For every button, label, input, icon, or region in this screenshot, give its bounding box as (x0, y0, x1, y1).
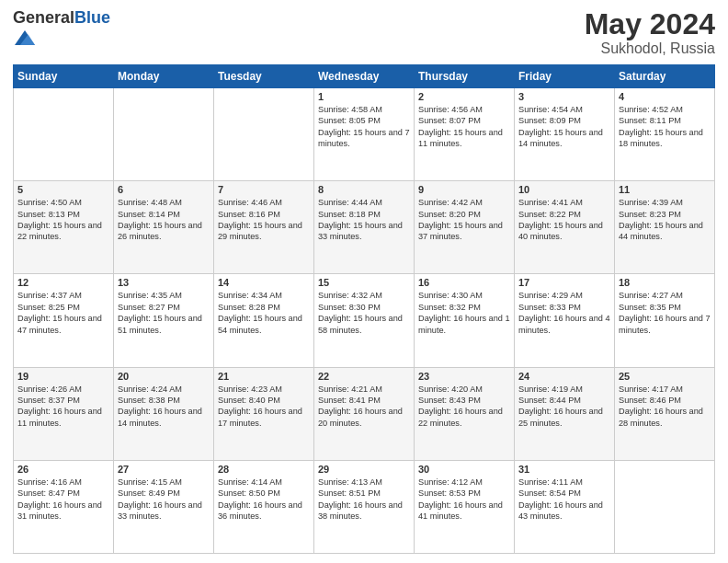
day-info: Sunrise: 4:42 AMSunset: 8:20 PMDaylight:… (418, 197, 510, 243)
day-info: Sunrise: 4:24 AMSunset: 8:38 PMDaylight:… (118, 384, 210, 430)
day-number: 31 (518, 464, 610, 475)
day-number: 15 (318, 277, 410, 288)
empty-cell (114, 88, 214, 181)
day-number: 7 (218, 184, 310, 195)
day-info: Sunrise: 4:34 AMSunset: 8:28 PMDaylight:… (218, 290, 310, 336)
day-info: Sunrise: 4:11 AMSunset: 8:54 PMDaylight:… (518, 477, 610, 523)
day-number: 17 (518, 277, 610, 288)
calendar-header-tuesday: Tuesday (214, 65, 314, 88)
day-info: Sunrise: 4:26 AMSunset: 8:37 PMDaylight:… (17, 384, 109, 430)
calendar-header-monday: Monday (114, 65, 214, 88)
day-cell: 5Sunrise: 4:50 AMSunset: 8:13 PMDaylight… (14, 181, 114, 274)
day-info: Sunrise: 4:14 AMSunset: 8:50 PMDaylight:… (218, 477, 310, 523)
day-number: 14 (218, 277, 310, 288)
header: GeneralBlue May 2024 Sukhodol, Russia (13, 9, 715, 57)
day-info: Sunrise: 4:23 AMSunset: 8:40 PMDaylight:… (218, 384, 310, 430)
logo-icon (15, 28, 35, 48)
day-cell: 14Sunrise: 4:34 AMSunset: 8:28 PMDayligh… (214, 274, 314, 367)
day-info: Sunrise: 4:52 AMSunset: 8:11 PMDaylight:… (619, 104, 711, 150)
day-info: Sunrise: 4:35 AMSunset: 8:27 PMDaylight:… (118, 290, 210, 336)
logo-general: General (13, 8, 74, 27)
calendar-header-sunday: Sunday (14, 65, 114, 88)
day-number: 29 (318, 464, 410, 475)
day-cell: 13Sunrise: 4:35 AMSunset: 8:27 PMDayligh… (114, 274, 214, 367)
day-number: 16 (418, 277, 510, 288)
day-number: 19 (17, 371, 109, 382)
day-cell: 10Sunrise: 4:41 AMSunset: 8:22 PMDayligh… (515, 181, 615, 274)
day-number: 11 (619, 184, 711, 195)
day-info: Sunrise: 4:54 AMSunset: 8:09 PMDaylight:… (518, 104, 610, 150)
day-number: 22 (318, 371, 410, 382)
day-cell: 12Sunrise: 4:37 AMSunset: 8:25 PMDayligh… (14, 274, 114, 367)
day-info: Sunrise: 4:41 AMSunset: 8:22 PMDaylight:… (518, 197, 610, 243)
title-location: Sukhodol, Russia (585, 40, 715, 57)
calendar-week-row: 5Sunrise: 4:50 AMSunset: 8:13 PMDaylight… (14, 181, 715, 274)
day-cell: 21Sunrise: 4:23 AMSunset: 8:40 PMDayligh… (214, 367, 314, 460)
day-info: Sunrise: 4:13 AMSunset: 8:51 PMDaylight:… (318, 477, 410, 523)
day-info: Sunrise: 4:46 AMSunset: 8:16 PMDaylight:… (218, 197, 310, 243)
day-cell: 31Sunrise: 4:11 AMSunset: 8:54 PMDayligh… (515, 460, 615, 553)
day-info: Sunrise: 4:21 AMSunset: 8:41 PMDaylight:… (318, 384, 410, 430)
calendar-week-row: 26Sunrise: 4:16 AMSunset: 8:47 PMDayligh… (14, 460, 715, 553)
day-cell: 11Sunrise: 4:39 AMSunset: 8:23 PMDayligh… (615, 181, 715, 274)
day-number: 28 (218, 464, 310, 475)
day-number: 27 (118, 464, 210, 475)
day-cell: 25Sunrise: 4:17 AMSunset: 8:46 PMDayligh… (615, 367, 715, 460)
day-number: 26 (17, 464, 109, 475)
day-number: 24 (518, 371, 610, 382)
day-cell: 6Sunrise: 4:48 AMSunset: 8:14 PMDaylight… (114, 181, 214, 274)
day-number: 23 (418, 371, 510, 382)
day-info: Sunrise: 4:39 AMSunset: 8:23 PMDaylight:… (619, 197, 711, 243)
day-number: 8 (318, 184, 410, 195)
calendar-table: SundayMondayTuesdayWednesdayThursdayFrid… (13, 64, 715, 554)
day-info: Sunrise: 4:48 AMSunset: 8:14 PMDaylight:… (118, 197, 210, 243)
title-month: May 2024 (585, 9, 715, 39)
day-cell: 19Sunrise: 4:26 AMSunset: 8:37 PMDayligh… (14, 367, 114, 460)
logo-blue: Blue (74, 8, 110, 27)
day-number: 21 (218, 371, 310, 382)
calendar-week-row: 19Sunrise: 4:26 AMSunset: 8:37 PMDayligh… (14, 367, 715, 460)
day-cell: 3Sunrise: 4:54 AMSunset: 8:09 PMDaylight… (515, 88, 615, 181)
day-number: 20 (118, 371, 210, 382)
day-cell: 17Sunrise: 4:29 AMSunset: 8:33 PMDayligh… (515, 274, 615, 367)
day-info: Sunrise: 4:27 AMSunset: 8:35 PMDaylight:… (619, 290, 711, 336)
day-cell: 1Sunrise: 4:58 AMSunset: 8:05 PMDaylight… (314, 88, 415, 181)
day-number: 12 (17, 277, 109, 288)
calendar-header-row: SundayMondayTuesdayWednesdayThursdayFrid… (14, 65, 715, 88)
day-number: 4 (619, 91, 711, 102)
calendar-week-row: 1Sunrise: 4:58 AMSunset: 8:05 PMDaylight… (14, 88, 715, 181)
day-info: Sunrise: 4:50 AMSunset: 8:13 PMDaylight:… (17, 197, 109, 243)
day-cell: 18Sunrise: 4:27 AMSunset: 8:35 PMDayligh… (615, 274, 715, 367)
logo-text: GeneralBlue (13, 9, 110, 28)
day-number: 25 (619, 371, 711, 382)
day-cell: 30Sunrise: 4:12 AMSunset: 8:53 PMDayligh… (415, 460, 515, 553)
day-number: 30 (418, 464, 510, 475)
day-cell: 26Sunrise: 4:16 AMSunset: 8:47 PMDayligh… (14, 460, 114, 553)
day-cell: 27Sunrise: 4:15 AMSunset: 8:49 PMDayligh… (114, 460, 214, 553)
calendar-header-saturday: Saturday (615, 65, 715, 88)
day-number: 13 (118, 277, 210, 288)
day-cell: 23Sunrise: 4:20 AMSunset: 8:43 PMDayligh… (415, 367, 515, 460)
empty-cell (214, 88, 314, 181)
day-info: Sunrise: 4:12 AMSunset: 8:53 PMDaylight:… (418, 477, 510, 523)
day-number: 18 (619, 277, 711, 288)
day-number: 1 (318, 91, 410, 102)
day-info: Sunrise: 4:56 AMSunset: 8:07 PMDaylight:… (418, 104, 510, 150)
day-number: 10 (518, 184, 610, 195)
day-cell: 15Sunrise: 4:32 AMSunset: 8:30 PMDayligh… (314, 274, 415, 367)
title-block: May 2024 Sukhodol, Russia (585, 9, 715, 57)
empty-cell (615, 460, 715, 553)
calendar-header-thursday: Thursday (415, 65, 515, 88)
day-cell: 29Sunrise: 4:13 AMSunset: 8:51 PMDayligh… (314, 460, 415, 553)
day-info: Sunrise: 4:20 AMSunset: 8:43 PMDaylight:… (418, 384, 510, 430)
page: GeneralBlue May 2024 Sukhodol, Russia Su… (0, 0, 728, 563)
day-cell: 24Sunrise: 4:19 AMSunset: 8:44 PMDayligh… (515, 367, 615, 460)
day-cell: 28Sunrise: 4:14 AMSunset: 8:50 PMDayligh… (214, 460, 314, 553)
day-cell: 20Sunrise: 4:24 AMSunset: 8:38 PMDayligh… (114, 367, 214, 460)
day-info: Sunrise: 4:29 AMSunset: 8:33 PMDaylight:… (518, 290, 610, 336)
day-number: 6 (118, 184, 210, 195)
empty-cell (14, 88, 114, 181)
day-cell: 16Sunrise: 4:30 AMSunset: 8:32 PMDayligh… (415, 274, 515, 367)
day-info: Sunrise: 4:17 AMSunset: 8:46 PMDaylight:… (619, 384, 711, 430)
calendar-week-row: 12Sunrise: 4:37 AMSunset: 8:25 PMDayligh… (14, 274, 715, 367)
